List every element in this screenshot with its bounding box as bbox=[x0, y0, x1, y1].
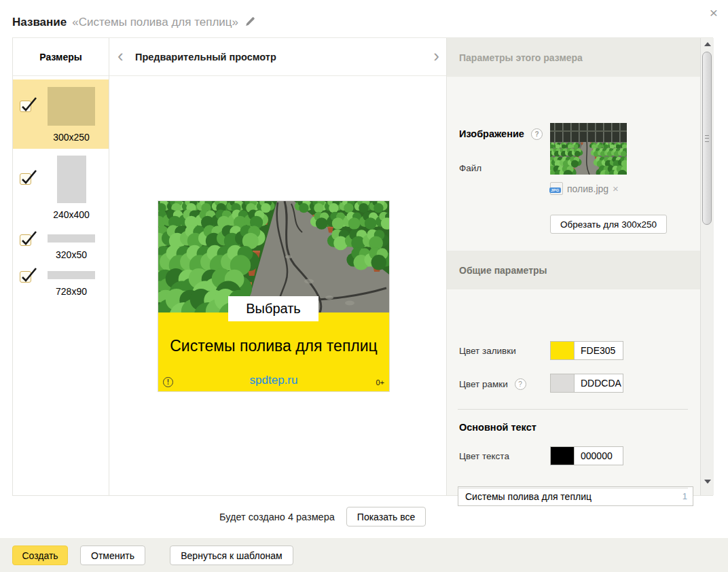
size-label: 728x90 bbox=[40, 286, 103, 297]
size-option-728x90[interactable]: 728x90 bbox=[13, 269, 109, 299]
main-text-field: 1 bbox=[458, 486, 693, 506]
triangle-down-icon bbox=[704, 480, 711, 484]
check-icon bbox=[20, 266, 37, 283]
check-icon bbox=[20, 168, 37, 185]
common-params-title: Общие параметры bbox=[459, 265, 547, 276]
preview-header: ‹ Предварительный просмотр › bbox=[109, 38, 446, 76]
banner-choose-button[interactable]: Выбрать bbox=[228, 296, 318, 321]
title-value: «Системы полива для теплиц» bbox=[72, 16, 238, 29]
scroll-up-button[interactable] bbox=[701, 38, 714, 50]
triangle-up-icon bbox=[704, 42, 711, 46]
size-label: 240x400 bbox=[40, 209, 103, 220]
size-figure: 320x50 bbox=[40, 232, 103, 260]
fill-color-label: Цвет заливки bbox=[459, 346, 516, 356]
frame-color-label: Цвет рамки ? bbox=[459, 378, 526, 390]
jpg-file-icon: JPG bbox=[550, 182, 563, 195]
action-bar: Создать Отменить Вернуться к шаблонам bbox=[0, 538, 728, 572]
remove-file-icon[interactable]: × bbox=[613, 183, 619, 194]
edit-pencil-icon[interactable] bbox=[245, 16, 255, 29]
preview-column: ‹ Предварительный просмотр › Выбрать Сис… bbox=[109, 38, 446, 495]
size-label: 320x50 bbox=[40, 249, 103, 260]
size-thumbnail-728x90 bbox=[48, 271, 95, 279]
summary-text: Будет создано 4 размера bbox=[219, 512, 335, 522]
size-thumbnail-320x50 bbox=[48, 234, 95, 243]
text-color-input[interactable] bbox=[575, 446, 623, 465]
image-section-title: Изображение ? bbox=[459, 128, 543, 140]
ad-constructor-modal: Название «Системы полива для теплиц» × Р… bbox=[0, 0, 728, 572]
age-rating-badge: 0+ bbox=[376, 378, 384, 387]
file-chip: JPG полив.jpg × bbox=[550, 182, 619, 195]
section-this-size-title: Параметры этого размера bbox=[459, 52, 583, 63]
frame-color-control bbox=[550, 374, 623, 393]
size-option-300x250[interactable]: 300x250 bbox=[13, 79, 109, 149]
help-icon[interactable]: ? bbox=[531, 128, 543, 140]
cancel-button[interactable]: Отменить bbox=[80, 546, 145, 565]
divider bbox=[458, 409, 688, 410]
summary-row: Будет создано 4 размера Показать все bbox=[219, 507, 426, 526]
size-figure: 300x250 bbox=[40, 79, 103, 143]
create-button[interactable]: Создать bbox=[12, 546, 68, 565]
banner-footer: ! spdtep.ru 0+ bbox=[158, 375, 389, 387]
sizes-sidebar: Размеры 300x250 240x400 bbox=[13, 38, 109, 495]
modal-title-row: Название «Системы полива для теплиц» bbox=[12, 12, 255, 33]
file-label: Файл bbox=[459, 163, 481, 173]
sizes-header: Размеры bbox=[13, 38, 109, 76]
banner-domain-link[interactable]: spdtep.ru bbox=[158, 374, 389, 387]
preview-title: Предварительный просмотр bbox=[135, 52, 276, 62]
show-all-button[interactable]: Показать все bbox=[346, 507, 426, 526]
text-color-label: Цвет текста bbox=[459, 451, 509, 461]
fill-color-swatch[interactable] bbox=[550, 341, 575, 360]
char-counter: 1 bbox=[682, 491, 687, 501]
scrollbar-thumb[interactable] bbox=[702, 52, 712, 225]
chevron-left-icon[interactable]: ‹ bbox=[117, 46, 124, 64]
size-figure: 728x90 bbox=[40, 269, 103, 297]
text-color-control bbox=[550, 446, 623, 465]
section-common-params: Общие параметры bbox=[447, 251, 700, 289]
params-panel: Параметры этого размера Изображение ? Фа… bbox=[446, 38, 700, 495]
checkbox-320x50[interactable] bbox=[20, 234, 31, 246]
scroll-down-button[interactable] bbox=[701, 476, 714, 487]
image-section-title-text: Изображение bbox=[459, 128, 524, 139]
main-area: Размеры 300x250 240x400 bbox=[12, 37, 713, 496]
divider bbox=[458, 488, 688, 488]
close-icon[interactable]: × bbox=[707, 3, 721, 22]
checkbox-240x400[interactable] bbox=[20, 173, 31, 185]
section-this-size: Параметры этого размера bbox=[447, 38, 700, 77]
check-icon bbox=[20, 95, 37, 113]
size-option-320x50[interactable]: 320x50 bbox=[13, 232, 109, 262]
frame-color-input[interactable] bbox=[575, 374, 623, 393]
checkbox-728x90[interactable] bbox=[20, 271, 31, 283]
back-to-templates-button[interactable]: Вернуться к шаблонам bbox=[170, 546, 293, 565]
size-thumbnail-240x400 bbox=[57, 156, 86, 203]
size-option-240x400[interactable]: 240x400 bbox=[13, 152, 109, 220]
file-thumbnail[interactable] bbox=[550, 123, 627, 175]
chevron-right-icon[interactable]: › bbox=[433, 46, 439, 64]
help-icon[interactable]: ? bbox=[515, 378, 526, 390]
file-name: полив.jpg bbox=[567, 183, 608, 194]
main-text-input[interactable] bbox=[458, 486, 693, 506]
size-thumbnail-300x250 bbox=[48, 87, 95, 126]
main-text-section-title: Основной текст bbox=[459, 422, 536, 433]
banner-headline: Системы полива для теплиц bbox=[158, 337, 389, 355]
fill-color-control bbox=[550, 341, 623, 360]
frame-color-swatch[interactable] bbox=[550, 374, 575, 393]
panel-scrollbar[interactable] bbox=[700, 38, 714, 495]
fill-color-input[interactable] bbox=[575, 341, 623, 360]
text-color-swatch[interactable] bbox=[550, 446, 575, 465]
frame-color-label-text: Цвет рамки bbox=[459, 379, 508, 389]
size-figure: 240x400 bbox=[40, 152, 103, 220]
size-label: 300x250 bbox=[40, 132, 103, 143]
crop-button[interactable]: Обрезать для 300x250 bbox=[550, 215, 667, 234]
ad-banner-preview: Выбрать Системы полива для теплиц ! spdt… bbox=[158, 200, 390, 392]
check-icon bbox=[20, 229, 37, 247]
checkbox-300x250[interactable] bbox=[20, 101, 31, 112]
greenhouse-thumb-art bbox=[550, 123, 627, 175]
title-label: Название bbox=[12, 16, 67, 29]
scrollbar-grip-icon bbox=[705, 135, 709, 142]
